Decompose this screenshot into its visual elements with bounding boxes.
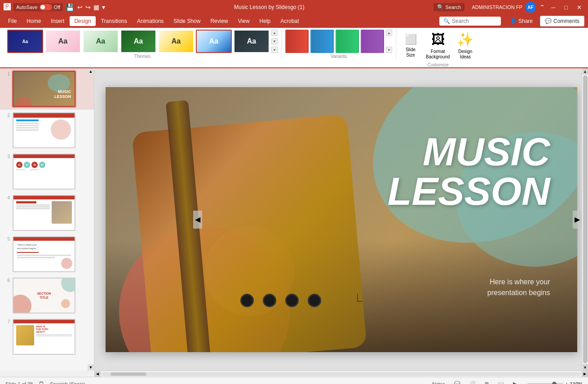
slide-thumb-1[interactable]: 1 MUSICLESSON xyxy=(0,68,94,110)
zoom-in-icon[interactable]: + xyxy=(565,381,568,384)
zoom-level[interactable]: 110% xyxy=(570,381,583,384)
variants-label: Variants xyxy=(285,53,392,60)
variant-4[interactable] xyxy=(361,30,384,53)
slide-subtitle: Here is where yourpresentation begins xyxy=(487,277,550,298)
menu-file[interactable]: File xyxy=(4,16,21,26)
theme-4[interactable]: Aa xyxy=(120,30,156,53)
comments-icon: 💬 xyxy=(545,18,552,24)
customize-qat-icon[interactable]: ▾ xyxy=(102,4,105,11)
slide-thumb-2[interactable]: 2 xyxy=(0,110,94,151)
hscroll-thumb[interactable] xyxy=(111,372,146,376)
share-button[interactable]: 👤 Share xyxy=(505,16,537,26)
guitar-knobs xyxy=(240,294,321,307)
format-background-label: FormatBackground xyxy=(426,49,450,60)
search-bar[interactable]: 🔍 xyxy=(439,17,501,26)
slide-img-1: MUSICLESSON xyxy=(13,71,75,107)
variant-2[interactable] xyxy=(310,30,334,53)
slide-sorter-button[interactable]: ⊞ xyxy=(482,380,491,384)
slide-img-4 xyxy=(13,195,75,231)
undo-icon[interactable]: ↩ xyxy=(77,4,83,11)
slide-thumb-7[interactable]: 7 WHAT ISTHIS TOPICABOUT? xyxy=(0,316,94,358)
window-title: Music Lesson by Slidesgo (1) xyxy=(234,4,305,10)
design-ideas-button[interactable]: ✨ DesignIdeas xyxy=(454,30,476,62)
themes-scroll-down[interactable]: ▼ xyxy=(271,38,278,44)
menu-insert[interactable]: Insert xyxy=(46,16,69,26)
menu-home[interactable]: Home xyxy=(22,16,45,26)
hscroll-left[interactable]: ◀ xyxy=(94,371,101,377)
menu-bar: File Home Insert Design Transitions Anim… xyxy=(0,14,588,28)
menu-review[interactable]: Review xyxy=(206,16,232,26)
normal-view-button[interactable]: ⬜ xyxy=(467,380,478,384)
format-background-button[interactable]: 🖼 FormatBackground xyxy=(423,30,452,62)
slide-size-icon: ⬜ xyxy=(405,34,417,45)
slide-thumb-5[interactable]: 5 "Here is where yourtext content begins… xyxy=(0,234,94,275)
prev-slide-button[interactable]: ◀ xyxy=(193,211,202,229)
search-title-bar[interactable]: 🔍 Search xyxy=(433,3,465,11)
share-label: Share xyxy=(518,18,533,24)
horizontal-scrollbar: ◀ ▶ xyxy=(94,371,588,377)
ribbon-collapse-icon[interactable]: ⌃ xyxy=(539,4,545,11)
menu-animations[interactable]: Animations xyxy=(133,16,168,26)
variant-1[interactable] xyxy=(285,30,309,53)
comments-button[interactable]: 💬 Comments xyxy=(540,16,584,26)
save-icon[interactable]: 💾 xyxy=(66,3,75,12)
present-icon[interactable]: ▦ xyxy=(93,4,99,11)
reading-view-button[interactable]: 📖 xyxy=(495,380,507,384)
menu-design[interactable]: Design xyxy=(70,16,95,26)
autosave-badge: AutoSave Off xyxy=(13,3,63,11)
theme-2[interactable]: Aa xyxy=(45,30,81,53)
themes-more[interactable]: ▼ xyxy=(271,47,278,53)
status-left: Slide 1 of 38 🗒 Spanish (Spain) xyxy=(5,380,85,384)
theme-1[interactable]: Aa xyxy=(7,30,43,53)
scrollbar-thumb[interactable] xyxy=(583,75,588,363)
language-label: Spanish (Spain) xyxy=(50,381,85,384)
share-icon: 👤 xyxy=(510,18,517,24)
scrollbar-down[interactable]: ▼ xyxy=(583,364,588,371)
redo-icon[interactable]: ↪ xyxy=(85,4,91,11)
username-label: ADMINISTRACION FP xyxy=(472,4,522,10)
menu-slideshow[interactable]: Slide Show xyxy=(169,16,205,26)
variants-scroll-down[interactable]: ▼ xyxy=(386,47,392,53)
theme-3[interactable]: Aa xyxy=(83,30,119,53)
theme-5[interactable]: Aa xyxy=(158,30,194,53)
autosave-toggle[interactable] xyxy=(40,4,52,10)
slide-panel-scroll-up[interactable]: ▲ xyxy=(88,68,94,75)
variant-3[interactable] xyxy=(336,30,359,53)
slide-thumb-6[interactable]: 6 SECTIONTITLE xyxy=(0,275,94,316)
slide-size-label: SlideSize xyxy=(406,47,416,58)
search-title-label: Search xyxy=(446,4,461,10)
restore-button[interactable]: □ xyxy=(561,3,570,12)
slide-img-6: SECTIONTITLE xyxy=(13,278,75,313)
avatar: AF xyxy=(525,2,536,13)
minimize-button[interactable]: ─ xyxy=(548,3,558,12)
search-icon: 🔍 xyxy=(443,18,450,24)
menu-help[interactable]: Help xyxy=(255,16,275,26)
themes-scroll-up[interactable]: ▲ xyxy=(271,30,278,36)
status-bar: Slide 1 of 38 🗒 Spanish (Spain) Notes 💬 … xyxy=(0,377,588,384)
comments-status-button[interactable]: 💬 xyxy=(451,380,463,384)
scrollbar-up[interactable]: ▲ xyxy=(583,68,588,75)
variants-scroll-up[interactable]: ▲ xyxy=(386,30,392,36)
slide-panel-scroll-down[interactable]: ▼ xyxy=(88,364,94,371)
menu-transitions[interactable]: Transitions xyxy=(97,16,132,26)
slide-num-2: 2 xyxy=(4,112,10,119)
notes-button[interactable]: Notes xyxy=(429,380,448,384)
menu-acrobat[interactable]: Acrobat xyxy=(276,16,303,26)
close-button[interactable]: ✕ xyxy=(574,3,584,12)
slideshow-button[interactable]: ▶ xyxy=(510,380,519,384)
menu-view[interactable]: View xyxy=(234,16,254,26)
main-slide: MUSIC LESSON Here is where yourpresentat… xyxy=(106,87,577,352)
zoom-out-icon[interactable]: − xyxy=(523,381,526,384)
search-title-icon: 🔍 xyxy=(437,4,444,10)
slide-info-icon[interactable]: 🗒 xyxy=(38,380,44,384)
slide-size-button[interactable]: ⬜ SlideSize xyxy=(400,32,421,60)
search-input[interactable] xyxy=(452,18,497,24)
slide-canvas-area: ◀ MUSIC LESSON xyxy=(94,68,588,371)
hscroll-right[interactable]: ▶ xyxy=(582,371,588,377)
slide-thumb-4[interactable]: 4 xyxy=(0,192,94,234)
next-slide-button[interactable]: ▶ xyxy=(573,211,582,229)
slide-thumb-3[interactable]: 3 01 02 03 04 xyxy=(0,151,94,192)
slide-num-4: 4 xyxy=(4,195,10,201)
theme-6[interactable]: Aa xyxy=(196,30,232,53)
theme-7[interactable]: Aa xyxy=(234,30,270,53)
